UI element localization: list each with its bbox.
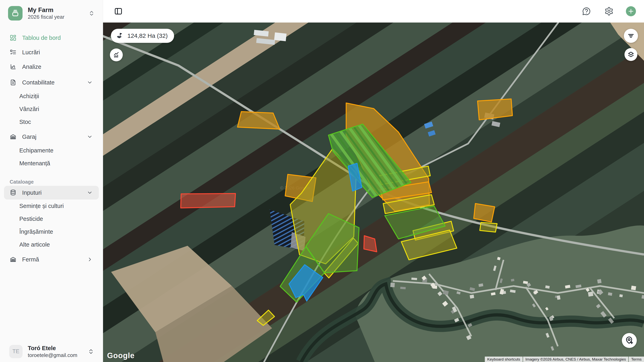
settings-button[interactable]	[603, 6, 614, 17]
fiscal-year: 2026 fiscal year	[28, 14, 83, 20]
sidebar-item-tasks[interactable]: Lucrări	[0, 45, 103, 59]
field-polygon-orange[interactable]	[478, 99, 512, 120]
user-menu[interactable]: TE Toró Etele toroetele@gmail.com	[0, 345, 103, 359]
chevron-down-icon	[87, 190, 93, 196]
filter-icon	[627, 32, 635, 40]
map-attribution: Keyboard shortcuts Imagery ©2026 Airbus,…	[484, 357, 644, 362]
sidebar-item-sales[interactable]: Vânzări	[0, 103, 103, 115]
sidebar-item-label: Lucrări	[22, 49, 93, 56]
map-canvas[interactable]: © 2026 Google	[103, 22, 644, 362]
analytics-map-button[interactable]	[110, 48, 123, 61]
sidebar-toggle-button[interactable]	[113, 6, 124, 17]
imagery-attribution: Imagery ©2026 Airbus, CNES / Airbus, Max…	[523, 357, 628, 362]
sidebar-item-stock[interactable]: Stoc	[0, 115, 103, 128]
barn-icon	[10, 256, 16, 263]
sidebar-item-other-articles[interactable]: Alte articole	[0, 238, 103, 251]
fields-flag-icon	[116, 32, 123, 40]
user-email: toroetele@gmail.com	[28, 352, 82, 359]
sidebar-item-label: Contabilitate	[22, 79, 81, 86]
sidebar-item-analytics[interactable]: Analize	[0, 59, 103, 74]
google-logo: Google	[107, 351, 135, 360]
field-polygon-yellow[interactable]	[480, 222, 497, 232]
field-polygon-orange[interactable]	[238, 112, 280, 129]
sidebar-item-fertilizers[interactable]: Îngrășăminte	[0, 225, 103, 238]
map-area: © 2026 Google 124,82 Ha (32)	[103, 22, 644, 362]
sidebar-item-label: Garaj	[22, 134, 81, 140]
farm-management-app: My Farm 2026 fiscal year Tablou de bord	[0, 0, 644, 362]
sidebar-item-label: Fermă	[22, 256, 81, 263]
chevron-down-icon	[87, 134, 93, 140]
sidebar-item-maintenance[interactable]: Mentenanță	[0, 157, 103, 170]
add-location-button[interactable]	[622, 333, 637, 348]
help-button[interactable]	[581, 6, 592, 17]
sidebar-item-equipment[interactable]: Echipamente	[0, 144, 103, 157]
tasks-checklist-icon	[10, 49, 16, 56]
field-polygon-orange[interactable]	[474, 204, 495, 222]
sidebar-nav: Tablou de bord Lucrări Analize	[0, 24, 103, 267]
sidebar-item-seeds[interactable]: Semințe și culturi	[0, 200, 103, 212]
chevron-down-icon	[87, 79, 93, 85]
chevrons-up-down-icon[interactable]	[88, 348, 94, 355]
terms-link[interactable]: Terms	[629, 357, 644, 362]
bar-chart-icon	[113, 51, 120, 58]
database-icon	[10, 189, 16, 196]
sidebar-item-pesticides[interactable]: Pesticide	[0, 212, 103, 225]
sidebar: My Farm 2026 fiscal year Tablou de bord	[0, 0, 103, 362]
chevron-right-icon	[87, 256, 93, 263]
workspace-name: My Farm	[28, 6, 83, 14]
sidebar-item-label: Tablou de bord	[22, 34, 93, 41]
chevrons-up-down-icon[interactable]	[88, 10, 95, 16]
sidebar-item-dashboard[interactable]: Tablou de bord	[0, 30, 103, 45]
dashboard-grid-icon	[10, 34, 16, 41]
farm-silo-icon	[11, 9, 20, 18]
help-icon	[582, 7, 591, 16]
layers-button[interactable]	[624, 48, 637, 61]
avatar: TE	[9, 345, 22, 358]
sidebar-item-garage[interactable]: Garaj	[0, 129, 103, 144]
plus-icon	[628, 8, 634, 15]
sidebar-item-label: Inputuri	[22, 189, 81, 196]
sidebar-item-farm[interactable]: Fermă	[0, 252, 103, 267]
topbar	[103, 0, 644, 22]
chart-icon	[10, 63, 16, 70]
add-location-pin-icon	[625, 336, 634, 345]
workspace-switcher[interactable]: My Farm 2026 fiscal year	[0, 2, 103, 24]
sidebar-item-label: Analize	[22, 63, 93, 70]
user-name: Toró Etele	[28, 345, 82, 352]
layers-icon	[627, 51, 635, 58]
farm-logo	[8, 6, 22, 20]
area-summary-label: 124,82 Ha (32)	[128, 32, 168, 39]
garage-icon	[10, 133, 16, 140]
sidebar-item-purchases[interactable]: Achiziții	[0, 90, 103, 103]
sidebar-item-inputs[interactable]: Inputuri	[4, 186, 99, 200]
sidebar-item-accounting[interactable]: Contabilitate	[0, 75, 103, 90]
filter-button[interactable]	[624, 29, 638, 43]
add-button[interactable]	[626, 6, 636, 16]
area-summary-badge[interactable]: 124,82 Ha (32)	[111, 29, 174, 43]
gear-icon	[604, 7, 614, 16]
document-icon	[10, 79, 16, 86]
field-polygon-red[interactable]	[181, 193, 236, 208]
catalog-section-label: Cataloage	[0, 178, 103, 186]
keyboard-shortcuts-link[interactable]: Keyboard shortcuts	[485, 357, 523, 362]
panel-left-icon	[114, 7, 122, 15]
